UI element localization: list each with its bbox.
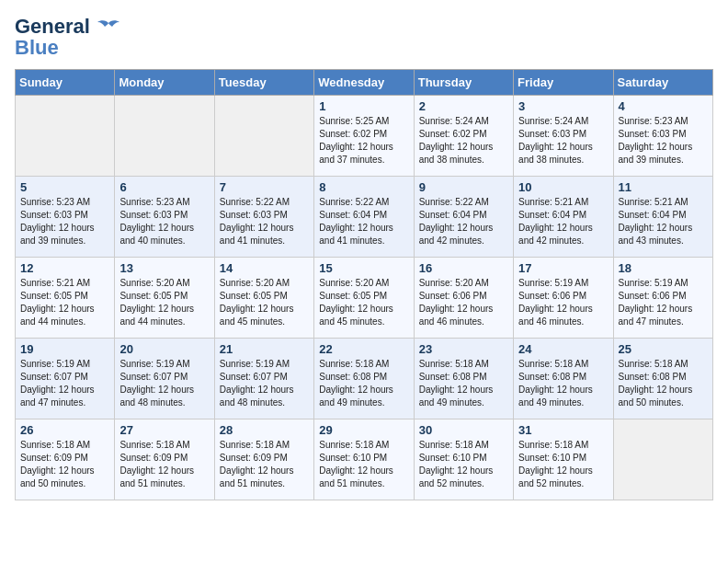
day-number: 20 <box>119 342 209 356</box>
calendar-cell: 12Sunrise: 5:21 AM Sunset: 6:05 PM Dayli… <box>16 257 115 338</box>
header-tuesday: Tuesday <box>214 69 313 95</box>
day-number: 29 <box>319 423 408 437</box>
day-number: 18 <box>619 261 708 275</box>
day-info: Sunrise: 5:18 AM Sunset: 6:10 PM Dayligh… <box>319 439 408 490</box>
day-info: Sunrise: 5:19 AM Sunset: 6:06 PM Dayligh… <box>518 277 608 328</box>
day-info: Sunrise: 5:22 AM Sunset: 6:04 PM Dayligh… <box>419 196 508 247</box>
calendar-cell: 1Sunrise: 5:25 AM Sunset: 6:02 PM Daylig… <box>314 95 414 176</box>
day-info: Sunrise: 5:25 AM Sunset: 6:02 PM Dayligh… <box>319 115 408 167</box>
header-thursday: Thursday <box>414 69 513 95</box>
day-info: Sunrise: 5:18 AM Sunset: 6:09 PM Dayligh… <box>20 439 109 490</box>
day-info: Sunrise: 5:23 AM Sunset: 6:03 PM Dayligh… <box>619 115 708 167</box>
day-info: Sunrise: 5:18 AM Sunset: 6:08 PM Dayligh… <box>419 358 508 409</box>
calendar-week-5: 26Sunrise: 5:18 AM Sunset: 6:09 PM Dayli… <box>16 419 713 500</box>
calendar-week-4: 19Sunrise: 5:19 AM Sunset: 6:07 PM Dayli… <box>16 338 713 419</box>
day-info: Sunrise: 5:18 AM Sunset: 6:09 PM Dayligh… <box>220 439 309 490</box>
calendar-cell: 7Sunrise: 5:22 AM Sunset: 6:03 PM Daylig… <box>214 176 313 257</box>
day-number: 6 <box>119 180 209 194</box>
day-info: Sunrise: 5:19 AM Sunset: 6:07 PM Dayligh… <box>119 358 209 409</box>
day-number: 23 <box>419 342 508 356</box>
calendar-cell: 22Sunrise: 5:18 AM Sunset: 6:08 PM Dayli… <box>314 338 414 419</box>
day-info: Sunrise: 5:24 AM Sunset: 6:03 PM Dayligh… <box>518 115 608 167</box>
day-number: 26 <box>20 423 109 437</box>
day-info: Sunrise: 5:18 AM Sunset: 6:08 PM Dayligh… <box>619 358 708 409</box>
day-number: 8 <box>319 180 408 194</box>
day-number: 24 <box>518 342 608 356</box>
logo-text: General <box>15 15 90 38</box>
logo-bird-icon <box>96 19 121 40</box>
calendar-week-2: 5Sunrise: 5:23 AM Sunset: 6:03 PM Daylig… <box>16 176 713 257</box>
page-header: General Blue <box>15 15 713 60</box>
header-wednesday: Wednesday <box>314 69 414 95</box>
day-number: 5 <box>20 180 109 194</box>
day-number: 25 <box>619 342 708 356</box>
day-number: 17 <box>518 261 608 275</box>
day-info: Sunrise: 5:21 AM Sunset: 6:04 PM Dayligh… <box>518 196 608 247</box>
header-sunday: Sunday <box>16 69 115 95</box>
calendar-cell: 21Sunrise: 5:19 AM Sunset: 6:07 PM Dayli… <box>214 338 313 419</box>
day-info: Sunrise: 5:19 AM Sunset: 6:06 PM Dayligh… <box>619 277 708 328</box>
calendar-cell: 31Sunrise: 5:18 AM Sunset: 6:10 PM Dayli… <box>514 419 613 500</box>
day-number: 12 <box>20 261 109 275</box>
calendar-cell: 18Sunrise: 5:19 AM Sunset: 6:06 PM Dayli… <box>613 257 712 338</box>
calendar-cell: 16Sunrise: 5:20 AM Sunset: 6:06 PM Dayli… <box>414 257 513 338</box>
day-info: Sunrise: 5:19 AM Sunset: 6:07 PM Dayligh… <box>220 358 309 409</box>
calendar-cell: 5Sunrise: 5:23 AM Sunset: 6:03 PM Daylig… <box>16 176 115 257</box>
calendar-cell: 17Sunrise: 5:19 AM Sunset: 6:06 PM Dayli… <box>514 257 613 338</box>
calendar-cell: 8Sunrise: 5:22 AM Sunset: 6:04 PM Daylig… <box>314 176 414 257</box>
day-info: Sunrise: 5:22 AM Sunset: 6:04 PM Dayligh… <box>319 196 408 247</box>
day-info: Sunrise: 5:20 AM Sunset: 6:05 PM Dayligh… <box>319 277 408 328</box>
calendar-cell: 10Sunrise: 5:21 AM Sunset: 6:04 PM Dayli… <box>514 176 613 257</box>
calendar-cell: 26Sunrise: 5:18 AM Sunset: 6:09 PM Dayli… <box>16 419 115 500</box>
calendar-cell: 6Sunrise: 5:23 AM Sunset: 6:03 PM Daylig… <box>115 176 214 257</box>
day-number: 2 <box>419 99 508 113</box>
calendar-cell <box>613 419 712 500</box>
day-number: 21 <box>220 342 309 356</box>
day-number: 28 <box>220 423 309 437</box>
calendar-cell <box>115 95 214 176</box>
day-info: Sunrise: 5:20 AM Sunset: 6:06 PM Dayligh… <box>419 277 508 328</box>
calendar-week-3: 12Sunrise: 5:21 AM Sunset: 6:05 PM Dayli… <box>16 257 713 338</box>
calendar-cell: 3Sunrise: 5:24 AM Sunset: 6:03 PM Daylig… <box>514 95 613 176</box>
day-info: Sunrise: 5:18 AM Sunset: 6:10 PM Dayligh… <box>518 439 608 490</box>
day-number: 14 <box>220 261 309 275</box>
day-info: Sunrise: 5:21 AM Sunset: 6:05 PM Dayligh… <box>20 277 109 328</box>
day-info: Sunrise: 5:23 AM Sunset: 6:03 PM Dayligh… <box>119 196 209 247</box>
day-number: 4 <box>619 99 708 113</box>
calendar-cell: 15Sunrise: 5:20 AM Sunset: 6:05 PM Dayli… <box>314 257 414 338</box>
day-info: Sunrise: 5:18 AM Sunset: 6:10 PM Dayligh… <box>419 439 508 490</box>
calendar-cell: 13Sunrise: 5:20 AM Sunset: 6:05 PM Dayli… <box>115 257 214 338</box>
day-info: Sunrise: 5:20 AM Sunset: 6:05 PM Dayligh… <box>220 277 309 328</box>
day-number: 7 <box>220 180 309 194</box>
day-number: 22 <box>319 342 408 356</box>
day-number: 13 <box>119 261 209 275</box>
calendar-cell <box>16 95 115 176</box>
calendar-cell: 23Sunrise: 5:18 AM Sunset: 6:08 PM Dayli… <box>414 338 513 419</box>
day-info: Sunrise: 5:22 AM Sunset: 6:03 PM Dayligh… <box>220 196 309 247</box>
day-info: Sunrise: 5:18 AM Sunset: 6:09 PM Dayligh… <box>119 439 209 490</box>
calendar-cell: 2Sunrise: 5:24 AM Sunset: 6:02 PM Daylig… <box>414 95 513 176</box>
day-info: Sunrise: 5:19 AM Sunset: 6:07 PM Dayligh… <box>20 358 109 409</box>
day-number: 19 <box>20 342 109 356</box>
calendar-cell: 19Sunrise: 5:19 AM Sunset: 6:07 PM Dayli… <box>16 338 115 419</box>
calendar-cell: 27Sunrise: 5:18 AM Sunset: 6:09 PM Dayli… <box>115 419 214 500</box>
day-number: 10 <box>518 180 608 194</box>
day-number: 27 <box>119 423 209 437</box>
day-number: 15 <box>319 261 408 275</box>
day-info: Sunrise: 5:24 AM Sunset: 6:02 PM Dayligh… <box>419 115 508 167</box>
header-monday: Monday <box>115 69 214 95</box>
calendar-cell <box>214 95 313 176</box>
logo-blue-text: Blue <box>15 36 59 60</box>
day-number: 3 <box>518 99 608 113</box>
header-saturday: Saturday <box>613 69 712 95</box>
calendar-table: Sunday Monday Tuesday Wednesday Thursday… <box>15 69 713 500</box>
header-row: Sunday Monday Tuesday Wednesday Thursday… <box>16 69 713 95</box>
day-info: Sunrise: 5:18 AM Sunset: 6:08 PM Dayligh… <box>518 358 608 409</box>
calendar-cell: 4Sunrise: 5:23 AM Sunset: 6:03 PM Daylig… <box>613 95 712 176</box>
calendar-week-1: 1Sunrise: 5:25 AM Sunset: 6:02 PM Daylig… <box>16 95 713 176</box>
calendar-header: Sunday Monday Tuesday Wednesday Thursday… <box>16 69 713 95</box>
day-info: Sunrise: 5:18 AM Sunset: 6:08 PM Dayligh… <box>319 358 408 409</box>
calendar-cell: 11Sunrise: 5:21 AM Sunset: 6:04 PM Dayli… <box>613 176 712 257</box>
day-number: 16 <box>419 261 508 275</box>
calendar-body: 1Sunrise: 5:25 AM Sunset: 6:02 PM Daylig… <box>16 95 713 500</box>
